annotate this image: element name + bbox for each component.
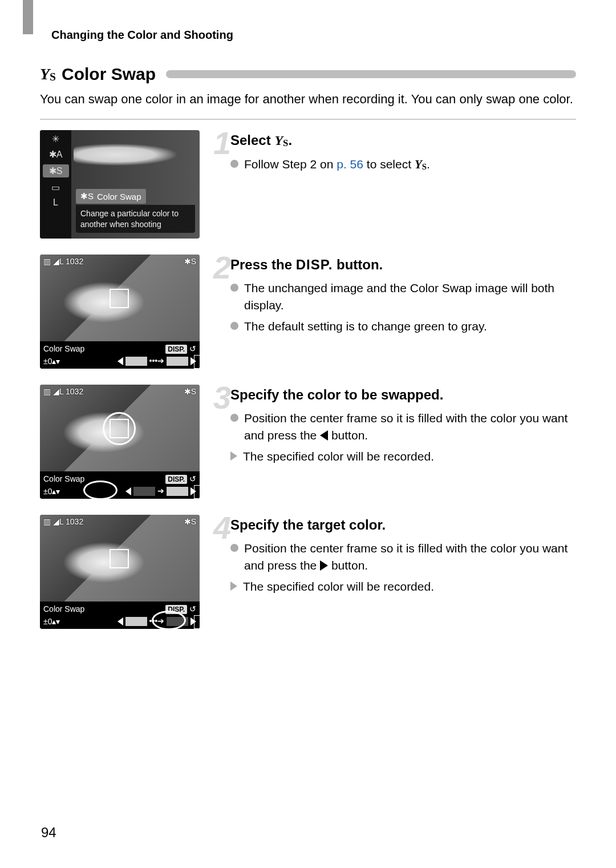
bullet-icon [230, 414, 238, 422]
target-highlight-circle [152, 611, 186, 629]
steps-area: ✳ ✱A ✱S ▭ L ✱S Color Swap Change a parti… [40, 130, 576, 629]
preview-image [40, 255, 200, 341]
right-arrow-icon [191, 357, 196, 365]
adjust-label: ±0▴▾ [43, 617, 60, 626]
step-2-bullet-1: The unchanged image and the Color Swap i… [230, 280, 576, 314]
mode-label: Color Swap [43, 474, 84, 483]
right-arrow-icon [191, 617, 196, 625]
adjust-label: ±0▴▾ [43, 487, 60, 496]
center-frame [110, 549, 129, 568]
side-tab [23, 0, 33, 34]
preview-image [40, 385, 200, 471]
title-bar-decoration [166, 70, 576, 78]
disp-button-label: DISP. [165, 475, 187, 484]
page-link[interactable]: p. 56 [337, 158, 363, 171]
disp-button-label: DISP. [165, 345, 187, 354]
step-1-text: 1 Select YS. Follow Step 2 on p. 56 to s… [216, 130, 576, 176]
step-4-bullet: Position the center frame so it is fille… [230, 540, 576, 575]
step-3-title: Specify the color to be swapped. [216, 387, 576, 403]
adjust-label: ±0▴▾ [43, 357, 60, 366]
preview-top-overlay: ▥ ◢L 1032 ✱S [43, 387, 196, 396]
center-frame [110, 289, 129, 308]
page-header: Changing the Color and Shooting [51, 29, 576, 42]
left-button-icon [320, 430, 328, 441]
menu-item: ✱A [49, 149, 63, 160]
color-chip-source [125, 357, 147, 366]
plane-image [74, 140, 195, 169]
step-4-text: 4 Specify the target color. Position the… [216, 515, 576, 595]
menu-item: ✳ [52, 134, 59, 144]
step-3-thumbnail: ▥ ◢L 1032 ✱S Color Swap DISP. ↺ ±0▴▾ ➔ [40, 385, 200, 499]
step-3-row: ▥ ◢L 1032 ✱S Color Swap DISP. ↺ ±0▴▾ ➔ 3… [40, 385, 576, 499]
step-1-bullet: Follow Step 2 on p. 56 to select YS. [230, 156, 576, 173]
preview-top-overlay: ▥ ◢L 1032 ✱S [43, 257, 196, 266]
left-arrow-icon [117, 357, 123, 365]
menu-title: ✱S Color Swap [76, 189, 146, 204]
step-3-result: The specified color will be recorded. [230, 448, 576, 465]
color-chip-target [167, 487, 188, 496]
step-1-title: Select YS. [216, 132, 576, 149]
section-intro: You can swap one color in an image for a… [40, 91, 576, 108]
step-4-result: The specified color will be recorded. [230, 578, 576, 595]
section-title-row: YS Color Swap [40, 64, 576, 84]
result-arrow-icon [230, 582, 237, 591]
right-button-icon [320, 560, 328, 571]
step-4-thumbnail: ▥ ◢L 1032 ✱S Color Swap DISP. ↺ ±0▴▾ •••… [40, 515, 200, 629]
section-divider [40, 119, 576, 120]
bullet-icon [230, 544, 238, 552]
step-4-title: Specify the target color. [216, 517, 576, 533]
bullet-icon [230, 284, 238, 292]
result-arrow-icon [230, 451, 237, 461]
color-chip-source [133, 487, 155, 496]
right-arrow-icon [191, 487, 196, 495]
step-2-row: ▥ ◢L 1032 ✱S Color Swap DISP. ↺ ±0▴▾ •••… [40, 255, 576, 369]
color-swap-icon: YS [40, 65, 56, 83]
bullet-icon [230, 322, 238, 330]
mode-label: Color Swap [43, 604, 84, 613]
mode-label: Color Swap [43, 344, 84, 353]
color-chip-source [125, 617, 147, 626]
menu-item: L [53, 197, 58, 208]
section-title: Color Swap [62, 64, 156, 84]
menu-item: ▭ [51, 182, 60, 193]
page-number: 94 [41, 825, 56, 841]
arrow-dots: •••➔ [149, 356, 165, 365]
menu-description: Change a particular color to another whe… [76, 205, 195, 232]
preview-image [40, 515, 200, 601]
step-1-row: ✳ ✱A ✱S ▭ L ✱S Color Swap Change a parti… [40, 130, 576, 239]
preview-top-overlay: ▥ ◢L 1032 ✱S [43, 517, 196, 526]
step-4-row: ▥ ◢L 1032 ✱S Color Swap DISP. ↺ ±0▴▾ •••… [40, 515, 576, 629]
step-2-bullet-2: The default setting is to change green t… [230, 318, 576, 335]
color-chip-target [167, 357, 188, 366]
source-highlight-circle [83, 481, 117, 499]
step-2-thumbnail: ▥ ◢L 1032 ✱S Color Swap DISP. ↺ ±0▴▾ •••… [40, 255, 200, 369]
step-3-text: 3 Specify the color to be swapped. Posit… [216, 385, 576, 465]
step-1-thumbnail: ✳ ✱A ✱S ▭ L ✱S Color Swap Change a parti… [40, 130, 200, 239]
menu-left-column: ✳ ✱A ✱S ▭ L [40, 130, 71, 239]
bullet-icon [230, 160, 238, 168]
left-arrow-icon [125, 487, 131, 495]
menu-item-selected: ✱S [43, 164, 69, 177]
left-arrow-icon [117, 617, 123, 625]
step-2-text: 2 Press the DISP. button. The unchanged … [216, 255, 576, 338]
step-2-title: Press the DISP. button. [216, 257, 576, 273]
center-frame-highlighted [110, 419, 129, 438]
step-3-bullet: Position the center frame so it is fille… [230, 410, 576, 445]
